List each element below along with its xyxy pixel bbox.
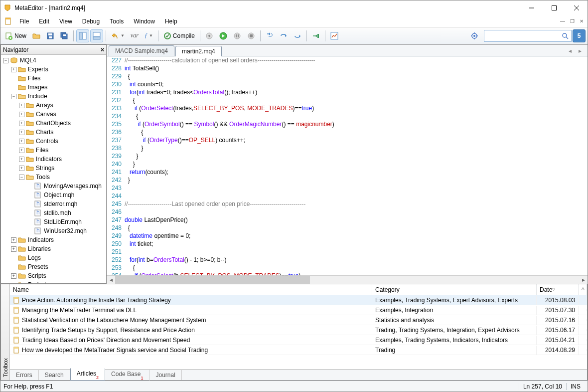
debug-stop-button[interactable] [245, 29, 258, 42]
search-box[interactable] [484, 30, 572, 42]
expand-icon[interactable]: + [19, 112, 24, 117]
debug-pause-button[interactable] [231, 29, 244, 42]
folder-files[interactable]: Files [1, 74, 106, 83]
expand-icon[interactable]: + [11, 246, 16, 252]
expand-icon[interactable]: + [19, 130, 24, 135]
col-date[interactable]: Date ▽ [537, 284, 579, 295]
folder-projects[interactable]: Projects [1, 280, 106, 283]
tab-macd-sample[interactable]: MACD Sample.mq4 [109, 45, 174, 56]
col-scroll[interactable]: ^ [579, 284, 587, 295]
folder-scripts[interactable]: +Scripts [1, 271, 106, 280]
folder-indicators[interactable]: +Indicators [1, 155, 106, 164]
toolbox-tab-journal[interactable]: Journal [149, 370, 181, 380]
undo-button[interactable]: ▼ [109, 29, 127, 42]
expand-icon[interactable]: + [19, 148, 24, 153]
search-input[interactable] [484, 30, 559, 41]
expand-icon[interactable]: + [11, 273, 16, 279]
col-name[interactable]: Name [10, 284, 372, 295]
compile-button[interactable]: Compile [161, 29, 197, 42]
toolbox-tab-errors[interactable]: Errors [10, 370, 39, 380]
file-stdlib-mqh[interactable]: hstdlib.mqh [1, 208, 106, 217]
func-button[interactable]: ƒ▼ [142, 29, 155, 42]
article-row[interactable]: Identifying Trade Setups by Support, Res… [10, 325, 587, 335]
folder-chartobjects[interactable]: +ChartObjects [1, 119, 106, 128]
folder-images[interactable]: Images [1, 83, 106, 92]
article-row[interactable]: Managing the MetaTrader Terminal via DLL… [10, 305, 587, 315]
mdi-close-button[interactable]: ✕ [578, 17, 586, 25]
article-row[interactable]: Statistical Verification of the Labouche… [10, 315, 587, 325]
toolbox-tab-code-base[interactable]: Code Base1 [105, 369, 149, 380]
settings-button[interactable] [468, 29, 481, 42]
close-button[interactable] [565, 1, 588, 15]
mql5-button[interactable]: 5 [573, 29, 586, 42]
view-nav-button[interactable] [76, 29, 89, 42]
mdi-minimize-button[interactable]: — [559, 17, 567, 25]
step-into-button[interactable] [263, 29, 276, 42]
expand-icon[interactable]: + [19, 103, 24, 108]
breakpoint-button[interactable] [309, 29, 322, 42]
folder-tools[interactable]: −Tools [1, 173, 106, 182]
folder-charts[interactable]: +Charts [1, 128, 106, 137]
folder-arrays[interactable]: +Arrays [1, 101, 106, 110]
scroll-left-icon[interactable]: ◂ [107, 276, 115, 284]
file-movingaverages-mqh[interactable]: hMovingAverages.mqh [1, 182, 106, 191]
chart-button[interactable] [328, 29, 341, 42]
var-button[interactable]: var [128, 29, 141, 42]
tab-scroll-right[interactable]: ▸ [576, 46, 585, 56]
file-object-mqh[interactable]: hObject.mqh [1, 191, 106, 199]
search-button[interactable] [559, 30, 571, 41]
save-button[interactable] [44, 29, 57, 42]
menu-help[interactable]: Help [160, 16, 182, 26]
folder-mql4[interactable]: −MQL4 [1, 56, 106, 65]
menu-tools[interactable]: Tools [105, 16, 129, 26]
expand-icon[interactable]: − [19, 175, 24, 180]
navigator-tree[interactable]: −MQL4+ExpertsFilesImages−Include+Arrays+… [1, 55, 106, 283]
folder-include[interactable]: −Include [1, 92, 106, 101]
menu-view[interactable]: View [54, 16, 77, 26]
editor-hscrollbar[interactable]: ◂ ▸ [107, 275, 588, 284]
article-row[interactable]: Price Action. Automating the Inside Bar … [10, 295, 587, 305]
expand-icon[interactable]: + [11, 237, 16, 243]
navigator-close-button[interactable]: × [101, 46, 104, 53]
expand-icon[interactable]: + [19, 166, 24, 171]
menu-edit[interactable]: Edit [34, 16, 54, 26]
folder-logs[interactable]: Logs [1, 253, 106, 262]
expand-icon[interactable]: + [19, 157, 24, 162]
folder-files[interactable]: +Files [1, 146, 106, 155]
folder-controls[interactable]: +Controls [1, 137, 106, 146]
toolbox-tab-articles[interactable]: Articles2 [70, 368, 105, 380]
maximize-button[interactable] [543, 1, 565, 15]
file-winuser32-mqh[interactable]: hWinUser32.mqh [1, 226, 106, 235]
folder-libraries[interactable]: +Libraries [1, 244, 106, 253]
expand-icon[interactable]: + [11, 67, 16, 72]
expand-icon[interactable]: − [3, 58, 8, 63]
folder-indicators[interactable]: +Indicators [1, 235, 106, 244]
expand-icon[interactable]: − [11, 94, 16, 99]
debug-start-button[interactable] [217, 29, 230, 42]
debug-back-button[interactable] [203, 29, 216, 42]
new-button[interactable]: New [2, 29, 29, 42]
folder-strings[interactable]: +Strings [1, 164, 106, 173]
file-stdliberr-mqh[interactable]: hStdLibErr.mqh [1, 217, 106, 226]
article-row[interactable]: How we developed the MetaTrader Signals … [10, 345, 587, 355]
step-out-button[interactable] [291, 29, 304, 42]
menu-window[interactable]: Window [129, 16, 160, 26]
open-button[interactable] [30, 29, 43, 42]
folder-canvas[interactable]: +Canvas [1, 110, 106, 119]
step-over-button[interactable] [277, 29, 290, 42]
article-row[interactable]: Trading Ideas Based on Prices' Direction… [10, 335, 587, 345]
minimize-button[interactable] [520, 1, 543, 15]
menu-file[interactable]: File [14, 16, 34, 26]
save-all-button[interactable] [58, 29, 71, 42]
code-editor[interactable]: 227//----------------------calculation o… [107, 56, 588, 275]
expand-icon[interactable]: + [19, 121, 24, 126]
file-stderror-mqh[interactable]: hstderror.mqh [1, 199, 106, 208]
scroll-right-icon[interactable]: ▸ [579, 276, 588, 284]
tab-martin2[interactable]: martin2.mq4 [175, 46, 222, 56]
folder-experts[interactable]: +Experts [1, 65, 106, 74]
col-category[interactable]: Category [372, 284, 537, 295]
expand-icon[interactable]: + [19, 139, 24, 144]
folder-presets[interactable]: Presets [1, 262, 106, 271]
toolbox-tab-search[interactable]: Search [39, 370, 70, 380]
menu-debug[interactable]: Debug [77, 16, 105, 26]
